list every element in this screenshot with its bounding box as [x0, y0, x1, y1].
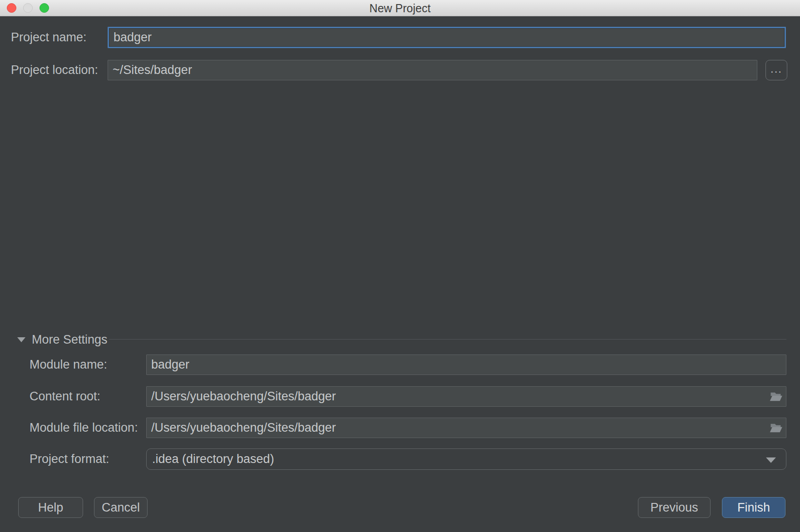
project-name-label: Project name:: [11, 30, 108, 44]
module-file-location-label: Module file location:: [30, 421, 146, 435]
folder-open-icon[interactable]: [769, 422, 783, 434]
project-format-select[interactable]: .idea (directory based): [146, 448, 786, 470]
project-location-row: Project location:: [11, 60, 757, 80]
more-settings-toggle[interactable]: More Settings: [17, 333, 108, 346]
finish-button[interactable]: Finish: [722, 497, 785, 518]
project-format-label: Project format:: [30, 452, 146, 466]
content-root-input[interactable]: [146, 386, 786, 407]
previous-button[interactable]: Previous: [638, 497, 711, 518]
chevron-down-icon: [766, 457, 776, 463]
browse-button[interactable]: ...: [765, 60, 787, 80]
more-settings-label: More Settings: [32, 333, 108, 347]
more-settings-divider: [109, 339, 786, 340]
module-name-row: Module name:: [30, 355, 786, 375]
project-location-input[interactable]: [108, 60, 757, 80]
module-file-location-input[interactable]: [146, 418, 786, 438]
content-root-row: Content root:: [30, 386, 786, 407]
window-title: New Project: [0, 0, 800, 16]
project-name-row: Project name:: [11, 27, 786, 48]
project-format-row: Project format: .idea (directory based): [30, 448, 786, 470]
folder-open-icon[interactable]: [769, 391, 783, 403]
triangle-down-icon: [17, 337, 25, 342]
titlebar: New Project: [0, 0, 800, 16]
cancel-button[interactable]: Cancel: [94, 497, 148, 518]
project-location-label: Project location:: [11, 63, 108, 77]
project-format-value: .idea (directory based): [152, 452, 274, 466]
module-name-input[interactable]: [146, 355, 786, 375]
help-button[interactable]: Help: [18, 497, 83, 518]
project-name-input[interactable]: [108, 27, 786, 48]
module-file-location-row: Module file location:: [30, 418, 786, 438]
content-root-label: Content root:: [30, 389, 146, 404]
module-name-label: Module name:: [30, 358, 146, 372]
